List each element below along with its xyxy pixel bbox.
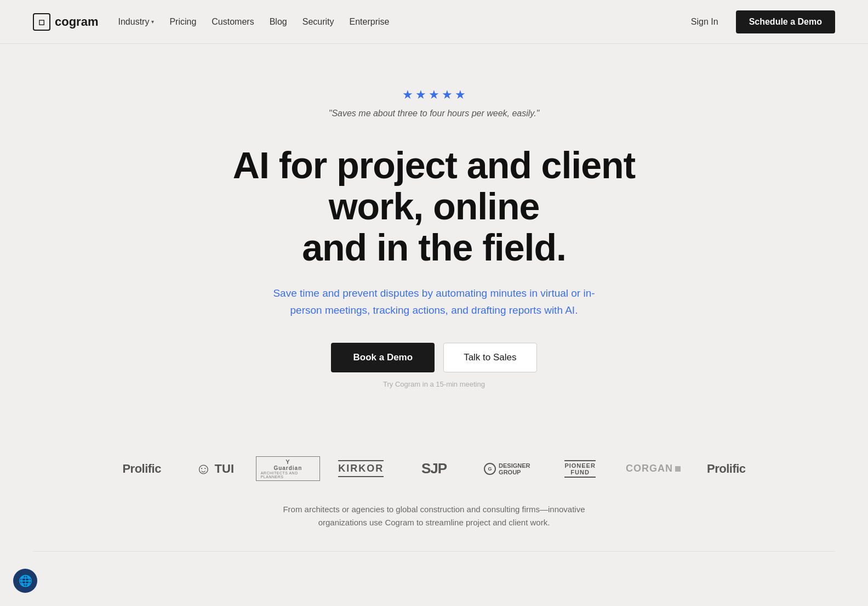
chevron-down-icon: ▾ — [151, 19, 154, 25]
nav-item-enterprise[interactable]: Enterprise — [350, 17, 390, 27]
logo-sjp: SJP — [397, 451, 470, 486]
book-demo-button[interactable]: Book a Demo — [331, 343, 435, 372]
nav-item-customers[interactable]: Customers — [212, 17, 254, 27]
star-rating: ★ ★ ★ ★ ★ — [402, 88, 466, 102]
nav-enterprise-label: Enterprise — [350, 17, 390, 26]
cta-buttons: Book a Demo Talk to Sales — [331, 343, 536, 372]
star-5: ★ — [455, 88, 466, 102]
logos-description: From architects or agencies to global co… — [264, 503, 604, 529]
logo-prolific-1: Prolific — [105, 453, 178, 485]
tui-smile-icon: ☺ — [196, 460, 212, 478]
star-2: ★ — [415, 88, 426, 102]
logo-text: cogram — [55, 15, 98, 29]
guardian-text: Guardian — [273, 465, 302, 471]
try-cogram-text: Try Cogram in a 15-min meeting — [383, 380, 485, 388]
hero-title-line2: and in the field. — [302, 226, 566, 268]
navigation: ◻ cogram Industry ▾ Pricing Customers — [0, 0, 868, 44]
nav-links: Industry ▾ Pricing Customers Blog — [118, 17, 389, 27]
logo-icon: ◻ — [33, 13, 50, 31]
nav-industry-label: Industry — [118, 17, 149, 27]
prolific-1-text: Prolific — [122, 462, 161, 476]
logos-row: Prolific ☺ TUI Y Guardian ARCHITECTS AND… — [105, 448, 763, 490]
kirkor-text: KIRKOR — [338, 460, 384, 477]
nav-item-industry[interactable]: Industry ▾ — [118, 17, 154, 27]
prolific-2-text: Prolific — [707, 462, 746, 476]
hero-title: AI for project and client work, online a… — [187, 145, 681, 268]
nav-left: ◻ cogram Industry ▾ Pricing Customers — [33, 13, 389, 31]
tui-text: TUI — [215, 462, 234, 476]
talk-sales-button[interactable]: Talk to Sales — [443, 343, 536, 372]
testimonial-text: "Saves me about three to four hours per … — [329, 109, 540, 118]
cookie-icon: 🌐 — [19, 574, 32, 587]
logo-designer-group: G DESIGNER GROUP — [471, 454, 544, 484]
designer-text: DESIGNER — [499, 462, 530, 469]
star-4: ★ — [442, 88, 453, 102]
corgan-text: CORGAN — [626, 463, 673, 474]
hero-section: ★ ★ ★ ★ ★ "Saves me about three to four … — [0, 44, 868, 421]
logo-guardian: Y Guardian ARCHITECTS AND PLANNERS — [252, 448, 324, 490]
nav-right: Sign In Schedule a Demo — [682, 10, 835, 33]
hero-title-line1: AI for project and client work, online — [233, 144, 635, 227]
sign-in-button[interactable]: Sign In — [682, 13, 727, 31]
sjp-text: SJP — [421, 460, 447, 477]
corgan-square-icon — [675, 466, 681, 472]
nav-customers-label: Customers — [212, 17, 254, 26]
nav-pricing-label: Pricing — [169, 17, 196, 26]
logos-section: Prolific ☺ TUI Y Guardian ARCHITECTS AND… — [0, 421, 868, 563]
cookie-button[interactable]: 🌐 — [13, 569, 37, 593]
guardian-y: Y — [285, 458, 290, 465]
nav-security-label: Security — [302, 17, 334, 26]
fund-text: FUND — [570, 469, 590, 475]
logo-pioneer-fund: PIONEER FUND — [544, 451, 616, 486]
bottom-divider — [33, 551, 835, 552]
schedule-demo-button[interactable]: Schedule a Demo — [736, 10, 835, 33]
logo[interactable]: ◻ cogram — [33, 13, 98, 31]
nav-item-security[interactable]: Security — [302, 17, 334, 27]
logo-corgan: CORGAN — [616, 454, 689, 483]
nav-item-blog[interactable]: Blog — [270, 17, 287, 27]
logo-tui: ☺ TUI — [178, 451, 251, 486]
star-3: ★ — [429, 88, 439, 102]
dg-icon: G — [484, 463, 496, 475]
star-1: ★ — [402, 88, 413, 102]
pioneer-text: PIONEER — [564, 462, 596, 469]
logo-prolific-2: Prolific — [690, 453, 763, 485]
nav-blog-label: Blog — [270, 17, 287, 26]
guardian-subtitle: ARCHITECTS AND PLANNERS — [261, 471, 315, 479]
nav-item-pricing[interactable]: Pricing — [169, 17, 196, 27]
group-text: GROUP — [499, 469, 530, 475]
logo-kirkor: KIRKOR — [324, 451, 397, 486]
hero-subtitle: Save time and prevent disputes by automa… — [264, 285, 604, 319]
